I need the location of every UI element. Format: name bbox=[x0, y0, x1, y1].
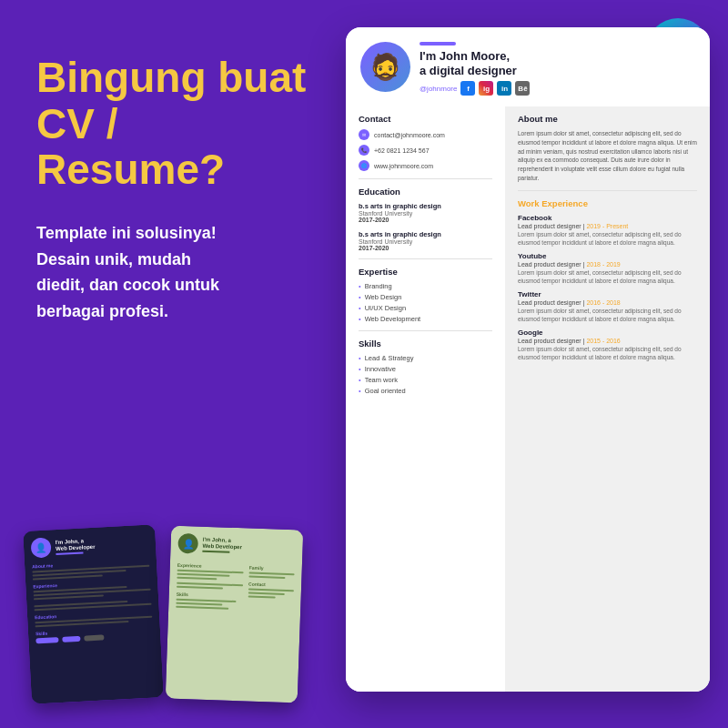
expertise-item-2: Web Design bbox=[359, 293, 492, 301]
contact-title: Contact bbox=[359, 114, 492, 124]
edu-entry-1: b.s arts in graphic design Stanford Univ… bbox=[359, 202, 492, 223]
work-experience-label: Experience bbox=[541, 198, 588, 208]
work-desc-youtube: Lorem ipsum dolor sit amet, consectetur … bbox=[518, 268, 697, 285]
contact-phone: 📞 +62 0821 1234 567 bbox=[359, 145, 492, 156]
resume-body-left: Contact ✉ contact@johnmoore.com 📞 +62 08… bbox=[346, 105, 505, 692]
expertise-title: Expertise bbox=[359, 267, 492, 277]
work-company-facebook: Facebook bbox=[518, 214, 697, 222]
work-desc-twitter: Lorem ipsum dolor sit amet, consectetur … bbox=[518, 307, 697, 323]
social-handle: @johnmore bbox=[420, 85, 457, 93]
phone-icon: 📞 bbox=[359, 145, 369, 156]
work-desc-google: Lorem ipsum dolor sit amet, consectetur … bbox=[518, 345, 697, 361]
expertise-item-4: Web Development bbox=[359, 315, 492, 323]
resume-name-block: I'm John Moore,a digital designer @johnm… bbox=[420, 42, 695, 96]
contact-web: 🌐 www.johnmoore.com bbox=[359, 160, 492, 171]
work-company-youtube: Youtube bbox=[518, 252, 697, 260]
contact-email: ✉ contact@johnmoore.com bbox=[359, 129, 492, 140]
resume-header: 🧔 I'm John Moore,a digital designer @joh… bbox=[346, 27, 710, 106]
resume-avatar: 🧔 bbox=[360, 42, 410, 92]
work-role-facebook: Lead product designer | 2019 - Present bbox=[518, 223, 697, 229]
email-icon: ✉ bbox=[359, 129, 369, 140]
purple-bar bbox=[420, 42, 456, 46]
about-title: About me bbox=[518, 114, 697, 124]
expertise-item-3: UI/UX Design bbox=[359, 304, 492, 312]
behance-icon: Bē bbox=[515, 81, 530, 96]
tc-avatar-green: 👤 bbox=[177, 533, 198, 554]
resume-card: 🧔 I'm John Moore,a digital designer @joh… bbox=[346, 27, 710, 692]
left-panel: Bingung buat CV / Resume? Template ini s… bbox=[36, 55, 309, 361]
skills-item-4: Goal oriented bbox=[359, 387, 492, 395]
work-company-twitter: Twitter bbox=[518, 290, 697, 298]
template-preview-green[interactable]: 👤 I'm John, a Web Developer Experience bbox=[166, 526, 304, 703]
template-previews: 👤 I'm John, a Web Developer About me Exp… bbox=[27, 528, 300, 701]
work-company-google: Google bbox=[518, 329, 697, 337]
divider-1 bbox=[359, 178, 492, 179]
education-title: Education bbox=[359, 187, 492, 197]
expertise-item-1: Branding bbox=[359, 282, 492, 290]
work-desc-facebook: Lorem ipsum dolor sit amet, consectetur … bbox=[518, 230, 697, 247]
web-icon: 🌐 bbox=[359, 160, 369, 171]
main-container: Canva Bingung buat CV / Resume? Template… bbox=[0, 0, 728, 728]
tc-avatar-dark: 👤 bbox=[31, 537, 52, 558]
work-role-youtube: Lead product designer | 2018 - 2019 bbox=[518, 261, 697, 268]
divider-3 bbox=[359, 330, 492, 331]
edu-entry-2: b.s arts in graphic design Stanford Univ… bbox=[359, 230, 492, 251]
divider-right-1 bbox=[518, 190, 697, 191]
skills-item-2: Innovative bbox=[359, 365, 492, 373]
work-role-twitter: Lead product designer | 2016 - 2018 bbox=[518, 299, 697, 306]
sub-text: Template ini solusinya!Desain unik, muda… bbox=[36, 220, 309, 325]
divider-2 bbox=[359, 258, 492, 259]
work-label: Work bbox=[518, 198, 541, 208]
work-title: Work Experience bbox=[518, 198, 697, 208]
resume-name: I'm John Moore,a digital designer bbox=[420, 49, 695, 77]
about-text: Lorem ipsum dolor sit amet, consectetur … bbox=[518, 129, 697, 183]
instagram-icon: ig bbox=[479, 81, 493, 96]
work-role-google: Lead product designer | 2015 - 2016 bbox=[518, 338, 697, 344]
resume-body: Contact ✉ contact@johnmoore.com 📞 +62 08… bbox=[346, 105, 710, 692]
resume-body-right: About me Lorem ipsum dolor sit amet, con… bbox=[505, 105, 710, 692]
skills-item-1: Lead & Strategy bbox=[359, 354, 492, 362]
template-preview-dark[interactable]: 👤 I'm John, a Web Developer About me Exp… bbox=[23, 524, 164, 703]
skills-title: Skills bbox=[359, 339, 492, 349]
facebook-icon: f bbox=[460, 81, 475, 96]
resume-social: @johnmore f ig in Bē bbox=[420, 81, 695, 96]
main-headline: Bingung buat CV / Resume? bbox=[36, 55, 309, 193]
skills-item-3: Team work bbox=[359, 376, 492, 384]
linkedin-icon: in bbox=[497, 81, 511, 96]
